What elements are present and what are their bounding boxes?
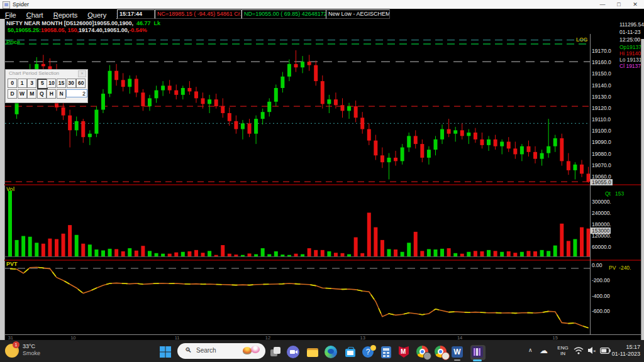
app-icon: III bbox=[3, 1, 10, 9]
period-button-D[interactable]: D bbox=[8, 89, 17, 99]
price-tick-19170.0: 19170.0 bbox=[592, 48, 611, 54]
chart-header-line1: NIFTY NEAR MONTH [D5126000]19055.00,1900… bbox=[6, 20, 160, 26]
price-tick-19100.0: 19100.0 bbox=[592, 128, 611, 134]
current-price-box: 19055.0 bbox=[591, 179, 613, 185]
taskbar-icon-mcafee[interactable]: M bbox=[397, 345, 412, 360]
app-title-bar: III Spider — □ ✕ bbox=[0, 0, 644, 9]
taskbar-icon-file-explorer[interactable] bbox=[306, 345, 321, 360]
volume-pvt-separator bbox=[4, 260, 641, 261]
pvt-tick-0.00: 0.00 bbox=[592, 262, 602, 268]
volume-tick-240000.: 240000. bbox=[592, 210, 611, 216]
weather-widget[interactable]: 1 33°C Smoke bbox=[4, 343, 79, 359]
chart-bottom-border bbox=[4, 334, 641, 335]
search-input[interactable]: 🔍︎ Search bbox=[177, 343, 265, 359]
pvt-tick--600.00: -600.00 bbox=[592, 308, 610, 314]
price-tick-19120.0: 19120.0 bbox=[592, 105, 611, 111]
onedrive-cloud-icon[interactable]: ☁ bbox=[540, 346, 548, 355]
menu-reports[interactable]: Reports bbox=[48, 11, 83, 19]
info-high: Hi 19140. bbox=[619, 50, 642, 57]
maximize-button[interactable]: □ bbox=[611, 0, 626, 9]
price-candlestick-chart[interactable] bbox=[5, 34, 590, 184]
chart-header-line2: 50,19055.25:19058.05, 150,19174.40,19051… bbox=[8, 27, 147, 33]
new-low-alert: New Low - AEGISCHEM bbox=[326, 9, 390, 19]
diya-decoration-icon2 bbox=[251, 346, 260, 353]
windows-logo-icon bbox=[158, 345, 172, 359]
pvt-line-chart[interactable] bbox=[5, 261, 590, 334]
tray-clock[interactable]: 15:17 01-11-2023 bbox=[609, 344, 640, 358]
search-placeholder: Search bbox=[196, 347, 216, 354]
period-button-1[interactable]: 1 bbox=[18, 79, 27, 88]
volume-bar-chart[interactable] bbox=[5, 186, 590, 259]
svg-text:×: × bbox=[593, 348, 596, 354]
period-button-0[interactable]: 0 bbox=[8, 79, 17, 88]
info-close: Cl 19137. bbox=[619, 63, 642, 69]
period-button-W[interactable]: W bbox=[18, 89, 27, 99]
taskbar-icon-chrome-profile-2[interactable] bbox=[434, 345, 449, 360]
pvt-tick--200.00: -200.00 bbox=[592, 277, 610, 283]
price-tick-19060.0: 19060.0 bbox=[592, 173, 611, 180]
clock-display: 15:17:44 bbox=[117, 9, 155, 19]
taskbar-icon-store[interactable] bbox=[343, 345, 358, 360]
notification-badge: 1 bbox=[13, 341, 19, 348]
taskbar-icon-edge[interactable] bbox=[324, 345, 339, 360]
price-tick-19150.0: 19150.0 bbox=[592, 70, 611, 77]
price-tick-19160.0: 19160.0 bbox=[592, 59, 611, 65]
minimize-button[interactable]: — bbox=[595, 0, 610, 9]
lang-line2: IN bbox=[556, 351, 570, 356]
volume-tick-60000.0: 60000.0 bbox=[592, 244, 611, 250]
window-left-frame bbox=[0, 19, 5, 340]
price-tick-19110.0: 19110.0 bbox=[592, 116, 611, 123]
taskbar-icon-chat[interactable] bbox=[286, 345, 301, 360]
info-pv: PV -240. bbox=[609, 265, 631, 271]
menu-chart[interactable]: Chart bbox=[21, 11, 48, 19]
dialog-title: Chart Period Selection bbox=[9, 70, 59, 76]
taskbar-icon-task-view[interactable] bbox=[268, 345, 283, 360]
vertical-scrollbar[interactable] bbox=[641, 39, 644, 356]
info-open: Op19137. bbox=[619, 44, 643, 50]
chart-period-dialog[interactable]: Chart Period Selection × 013510153060 DW… bbox=[5, 69, 88, 103]
desktop-screen: III Spider — □ ✕ FileChartReportsQuerySe… bbox=[0, 0, 644, 362]
period-button-30[interactable]: 30 bbox=[67, 79, 76, 88]
period-button-5[interactable]: 5 bbox=[37, 79, 48, 89]
period-button-60[interactable]: 60 bbox=[76, 79, 86, 88]
period-button-H[interactable]: H bbox=[47, 89, 56, 99]
taskbar-icon-spider-app[interactable] bbox=[470, 345, 486, 360]
lang-line1: ENG bbox=[556, 345, 570, 351]
price-tick-19090.0: 19090.0 bbox=[592, 139, 611, 145]
taskbar-icon-calculator[interactable] bbox=[379, 345, 394, 360]
price-tick-19070.0: 19070.0 bbox=[592, 162, 611, 168]
language-indicator[interactable]: ENGIN bbox=[556, 345, 570, 356]
taskbar-icon-word[interactable]: W bbox=[450, 345, 465, 360]
price-volume-separator bbox=[4, 184, 641, 185]
volume-tick-120000.: 120000. bbox=[592, 233, 611, 239]
period-button-N[interactable]: N bbox=[57, 89, 66, 99]
period-button-Q[interactable]: Q bbox=[37, 89, 47, 99]
info-turnover: 111295.54 bbox=[619, 21, 644, 28]
pvt-tick--400.00: -400.00 bbox=[592, 293, 610, 299]
price-tick-19080.0: 19080.0 bbox=[592, 151, 611, 157]
taskbar-icon-chrome-profile-1[interactable] bbox=[416, 345, 431, 360]
volume-tick-300000.: 300000. bbox=[592, 199, 611, 205]
dialog-close-icon[interactable]: × bbox=[78, 70, 86, 77]
ticker-nc: NC=18985.15 ( -94.45) 54861 Cr. bbox=[155, 9, 242, 19]
period-button-15[interactable]: 15 bbox=[57, 79, 66, 88]
period-button-3[interactable]: 3 bbox=[27, 79, 36, 88]
tray-date: 01-11-2023 bbox=[609, 351, 640, 358]
menu-file[interactable]: File bbox=[0, 11, 21, 19]
app-title: Spider bbox=[13, 1, 29, 8]
info-low: Lo 19131. bbox=[619, 57, 643, 63]
ticker-nd: ND=19055.00 ( 69.85) 42648172 Cr. bbox=[242, 9, 327, 19]
taskbar-icon-search-highlights[interactable]: ? bbox=[362, 345, 377, 360]
period-button-10[interactable]: 10 bbox=[47, 79, 56, 88]
menu-query[interactable]: Query bbox=[82, 11, 111, 19]
start-button[interactable] bbox=[158, 345, 174, 360]
weather-condition: Smoke bbox=[23, 350, 40, 356]
price-tick-19130.0: 19130.0 bbox=[592, 94, 611, 100]
period-value-input[interactable] bbox=[66, 89, 87, 97]
period-button-M[interactable]: M bbox=[27, 89, 36, 99]
info-date: 01-11-23 bbox=[619, 29, 640, 35]
tray-chevron-icon[interactable]: ∧ bbox=[528, 347, 533, 353]
info-qty: Qt 153 bbox=[605, 190, 624, 197]
close-button[interactable]: ✕ bbox=[628, 0, 643, 9]
price-tick-19140.0: 19140.0 bbox=[592, 82, 611, 89]
